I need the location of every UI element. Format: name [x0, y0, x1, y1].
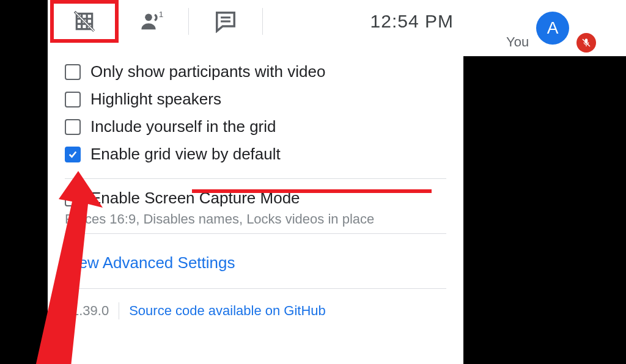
options-list: Only show participants with video Highli…: [48, 43, 463, 165]
option-label: Only show participants with video: [90, 62, 325, 81]
checkbox-include-yourself[interactable]: [65, 119, 81, 135]
checkbox-screen-capture[interactable]: [65, 191, 81, 206]
option-enable-grid-default[interactable]: Enable grid view by default: [65, 144, 446, 165]
divider: [65, 288, 446, 289]
source-code-link[interactable]: Source code available on GitHub: [129, 303, 326, 319]
view-advanced-settings-link[interactable]: View Advanced Settings: [65, 242, 446, 282]
grid-off-icon: [72, 10, 97, 33]
chat-button[interactable]: [195, 0, 256, 43]
avatar[interactable]: A: [536, 12, 569, 45]
mic-off-icon: [581, 37, 592, 48]
checkbox-only-video[interactable]: [65, 64, 81, 80]
clock: 12:54 PM: [370, 11, 454, 32]
divider: [65, 178, 446, 179]
people-icon: 1: [138, 9, 165, 34]
user-tile: You A: [463, 0, 626, 56]
screen-capture-section: Enable Screen Capture Mode Forces 16:9, …: [48, 165, 463, 242]
option-label: Highlight speakers: [90, 90, 221, 109]
option-label: Enable grid view by default: [90, 145, 281, 164]
option-highlight-speakers[interactable]: Highlight speakers: [65, 89, 446, 110]
toolbar-divider-2: [262, 8, 263, 35]
version-label: v1.39.0: [65, 303, 109, 319]
toolbar: 1 12:54 PM: [48, 0, 463, 43]
svg-point-2: [145, 14, 152, 21]
checkbox-enable-grid-default[interactable]: [65, 147, 81, 162]
participants-button[interactable]: 1: [121, 0, 182, 43]
mic-muted-badge[interactable]: [576, 33, 596, 53]
annotation-underline: [192, 189, 432, 193]
advanced-section: View Advanced Settings v1.39.0 Source co…: [48, 242, 463, 324]
option-include-yourself[interactable]: Include yourself in the grid: [65, 116, 446, 137]
toolbar-divider: [188, 8, 189, 35]
settings-panel: 1 12:54 PM Only show participants with v…: [48, 0, 463, 364]
grid-view-button[interactable]: [50, 0, 119, 43]
chat-icon: [214, 10, 237, 33]
you-label: You: [506, 34, 529, 56]
footer: v1.39.0 Source code available on GitHub: [65, 297, 446, 324]
participant-count: 1: [159, 10, 163, 19]
screen-capture-caption: Forces 16:9, Disables names, Locks video…: [65, 209, 446, 227]
checkbox-highlight-speakers[interactable]: [65, 92, 81, 107]
option-label: Include yourself in the grid: [90, 117, 276, 136]
option-only-video[interactable]: Only show participants with video: [65, 61, 446, 82]
footer-divider: [119, 302, 119, 319]
divider: [65, 233, 446, 234]
